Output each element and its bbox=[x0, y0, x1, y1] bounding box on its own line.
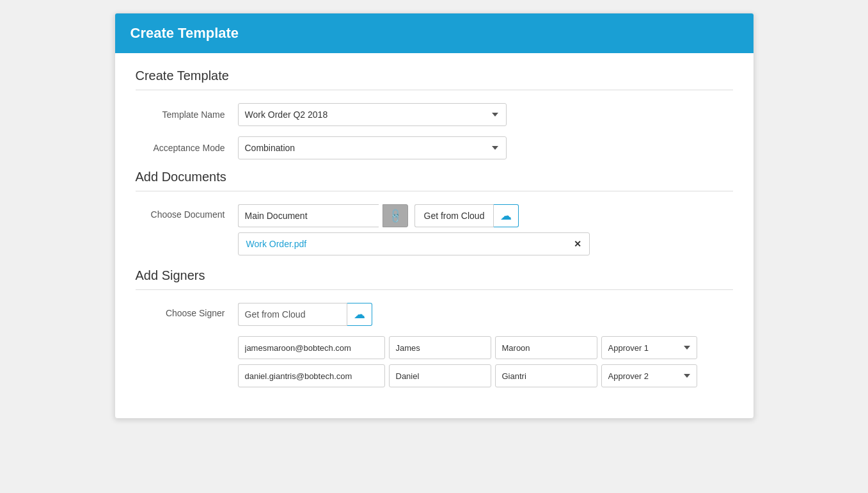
add-documents-title: Add Documents bbox=[136, 170, 733, 191]
cloud-icon-signer: ☁ bbox=[354, 307, 365, 321]
signer-2-email[interactable] bbox=[238, 364, 385, 387]
signer-cloud-input[interactable] bbox=[238, 303, 347, 326]
add-signers-title: Add Signers bbox=[136, 268, 733, 290]
documents-content: 🔗 Get from Cloud ☁ Work Order.pdf ✕ bbox=[238, 204, 590, 255]
signer-row-1: Approver 1 Approver 2 Signer bbox=[238, 336, 697, 359]
template-name-row: Template Name Work Order Q2 2018 bbox=[136, 103, 733, 126]
choose-signer-row: Choose Signer ☁ bbox=[136, 303, 733, 392]
cloud-icon-document: ☁ bbox=[500, 209, 512, 223]
template-name-select[interactable]: Work Order Q2 2018 bbox=[238, 103, 507, 126]
choose-document-row: Choose Document 🔗 Get from Cloud ☁ bbox=[136, 204, 733, 255]
attach-button[interactable]: 🔗 bbox=[383, 204, 408, 227]
cloud-signer-button[interactable]: ☁ bbox=[347, 303, 372, 326]
signer-cloud-group: ☁ bbox=[238, 303, 697, 326]
main-document-input[interactable] bbox=[238, 204, 379, 227]
header-bar: Create Template bbox=[115, 13, 754, 53]
form-body: Create Template Template Name Work Order… bbox=[115, 53, 754, 418]
signer-2-first-name[interactable] bbox=[389, 364, 491, 387]
attach-icon: 🔗 bbox=[386, 207, 404, 225]
cloud-document-button[interactable]: ☁ bbox=[493, 204, 519, 227]
signer-1-last-name[interactable] bbox=[495, 336, 597, 359]
acceptance-mode-control: Combination Sequential Parallel bbox=[238, 136, 507, 159]
page-title: Create Template bbox=[136, 69, 733, 90]
get-from-cloud-document-group: Get from Cloud ☁ bbox=[414, 204, 519, 227]
template-name-label: Template Name bbox=[136, 109, 238, 120]
signers-content: ☁ Approver 1 Approver 2 Signer bbox=[238, 303, 697, 392]
acceptance-mode-select[interactable]: Combination Sequential Parallel bbox=[238, 136, 507, 159]
get-from-cloud-document-label[interactable]: Get from Cloud bbox=[414, 204, 494, 227]
template-name-control: Work Order Q2 2018 bbox=[238, 103, 507, 126]
uploaded-file: Work Order.pdf ✕ bbox=[238, 232, 590, 255]
signer-row-2: Approver 2 Approver 1 Signer bbox=[238, 364, 697, 387]
create-template-container: Create Template Create Template Template… bbox=[114, 13, 754, 419]
acceptance-mode-label: Acceptance Mode bbox=[136, 143, 238, 153]
acceptance-mode-row: Acceptance Mode Combination Sequential P… bbox=[136, 136, 733, 159]
signers-table: Approver 1 Approver 2 Signer Approver 2 … bbox=[238, 336, 697, 392]
signer-1-first-name[interactable] bbox=[389, 336, 491, 359]
signer-2-role-select[interactable]: Approver 2 Approver 1 Signer bbox=[601, 364, 697, 387]
remove-file-button[interactable]: ✕ bbox=[574, 239, 581, 249]
choose-signer-label: Choose Signer bbox=[136, 303, 238, 318]
signer-2-last-name[interactable] bbox=[495, 364, 597, 387]
attach-cloud-row: 🔗 Get from Cloud ☁ bbox=[238, 204, 590, 227]
signer-1-email[interactable] bbox=[238, 336, 385, 359]
header-title: Create Template bbox=[130, 25, 738, 42]
document-input-group: 🔗 bbox=[238, 204, 408, 227]
signer-1-role-select[interactable]: Approver 1 Approver 2 Signer bbox=[601, 336, 697, 359]
uploaded-file-link[interactable]: Work Order.pdf bbox=[246, 239, 307, 249]
choose-document-label: Choose Document bbox=[136, 204, 238, 220]
